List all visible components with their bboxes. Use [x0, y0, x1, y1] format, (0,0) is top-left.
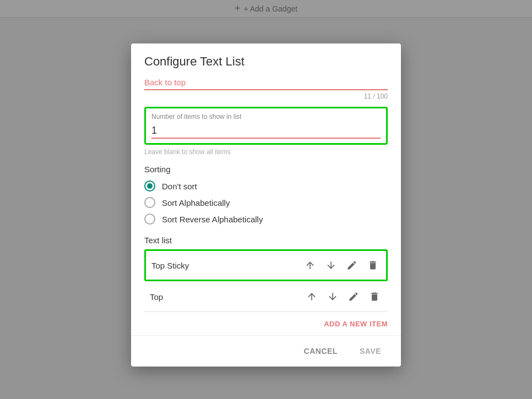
- edit-icon-top[interactable]: [346, 289, 361, 304]
- save-button[interactable]: SAVE: [353, 342, 388, 360]
- sort-option-alpha[interactable]: Sort Alphabetically: [144, 197, 388, 208]
- sort-label-dont-sort: Don't sort: [162, 182, 197, 191]
- dialog-footer: CANCEL SAVE: [131, 335, 401, 367]
- edit-icon-top-sticky[interactable]: [344, 258, 360, 273]
- dialog-body: 11 / 100 Number of items to show in list…: [131, 75, 401, 335]
- list-row-label-top-sticky: Top Sticky: [151, 261, 302, 270]
- configure-dialog: Configure Text List 11 / 100 Number of i…: [131, 43, 401, 367]
- sort-option-reverse-alpha[interactable]: Sort Reverse Alphabetically: [144, 214, 388, 225]
- list-row-actions-top: [304, 289, 382, 304]
- back-to-top-field: [144, 75, 388, 90]
- sort-label-alpha: Sort Alphabetically: [162, 198, 230, 207]
- dialog-title: Configure Text List: [131, 43, 401, 75]
- add-new-item-button[interactable]: ADD A NEW ITEM: [324, 320, 388, 328]
- sort-option-dont-sort[interactable]: Don't sort: [144, 181, 388, 192]
- sorting-radio-group: Don't sort Sort Alphabetically Sort Reve…: [144, 181, 388, 225]
- radio-alpha: [144, 197, 155, 208]
- back-to-top-input[interactable]: [144, 75, 388, 90]
- list-row-top-sticky: Top Sticky: [144, 249, 388, 281]
- radio-reverse-alpha: [144, 214, 155, 225]
- radio-dont-sort: [144, 181, 155, 192]
- char-count: 11 / 100: [144, 92, 388, 100]
- items-field-wrapper: Number of items to show in list: [144, 107, 388, 145]
- leave-blank-hint: Leave blank to show all items: [144, 148, 388, 156]
- sorting-title: Sorting: [144, 165, 388, 174]
- list-row-top: Top: [144, 282, 388, 311]
- cancel-button[interactable]: CANCEL: [297, 342, 344, 360]
- delete-icon-top-sticky[interactable]: [365, 258, 381, 273]
- move-up-icon-top[interactable]: [304, 289, 319, 304]
- items-field-label: Number of items to show in list: [151, 113, 381, 121]
- text-list-title: Text list: [144, 236, 388, 245]
- move-down-icon-top-sticky[interactable]: [323, 258, 339, 273]
- delete-icon-top[interactable]: [367, 289, 382, 304]
- dialog-scroll-area[interactable]: Configure Text List 11 / 100 Number of i…: [131, 43, 401, 335]
- modal-overlay: Configure Text List 11 / 100 Number of i…: [0, 0, 532, 399]
- sort-label-reverse-alpha: Sort Reverse Alphabetically: [162, 215, 263, 224]
- list-row-actions-top-sticky: [302, 258, 381, 273]
- list-items: Top Sticky: [144, 249, 388, 311]
- items-count-input[interactable]: [151, 124, 381, 139]
- move-down-icon-top[interactable]: [325, 289, 340, 304]
- list-row-label-top: Top: [150, 292, 304, 302]
- move-up-icon-top-sticky[interactable]: [302, 258, 318, 273]
- add-new-item-section: ADD A NEW ITEM: [144, 311, 388, 335]
